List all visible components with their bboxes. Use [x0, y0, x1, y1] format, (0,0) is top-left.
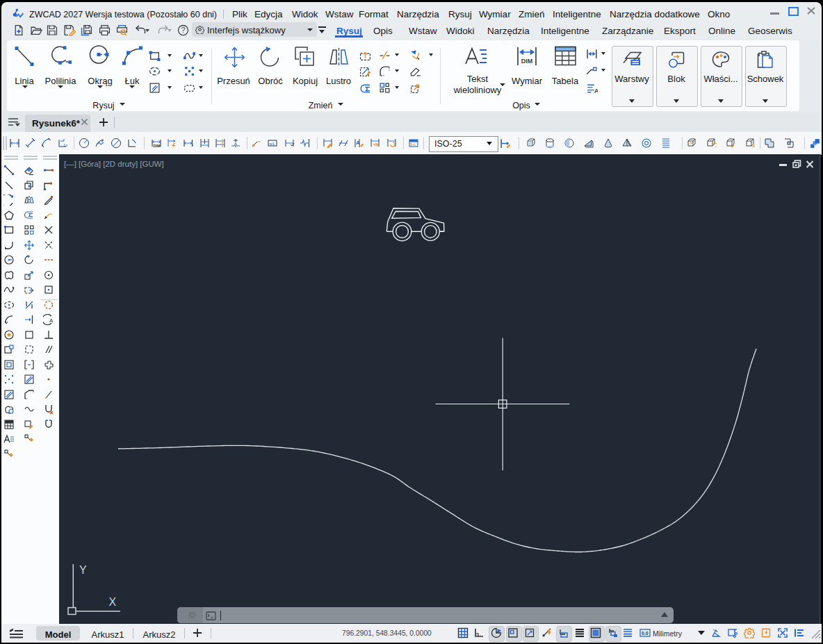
svg-text:Y: Y	[79, 564, 87, 576]
svg-text:w1: w1	[269, 142, 275, 146]
svg-text:A: A	[356, 140, 360, 146]
svg-text:0.0: 0.0	[642, 631, 649, 636]
svg-text:1x: 1x	[63, 143, 67, 147]
svg-text:DIM: DIM	[521, 58, 533, 65]
svg-text:DIM: DIM	[154, 144, 161, 148]
svg-text:X: X	[109, 596, 117, 608]
svg-text:5·L: 5·L	[410, 142, 416, 147]
svg-text:?: ?	[181, 26, 186, 34]
svg-text:A: A	[594, 86, 597, 94]
svg-text:A: A	[49, 317, 54, 324]
